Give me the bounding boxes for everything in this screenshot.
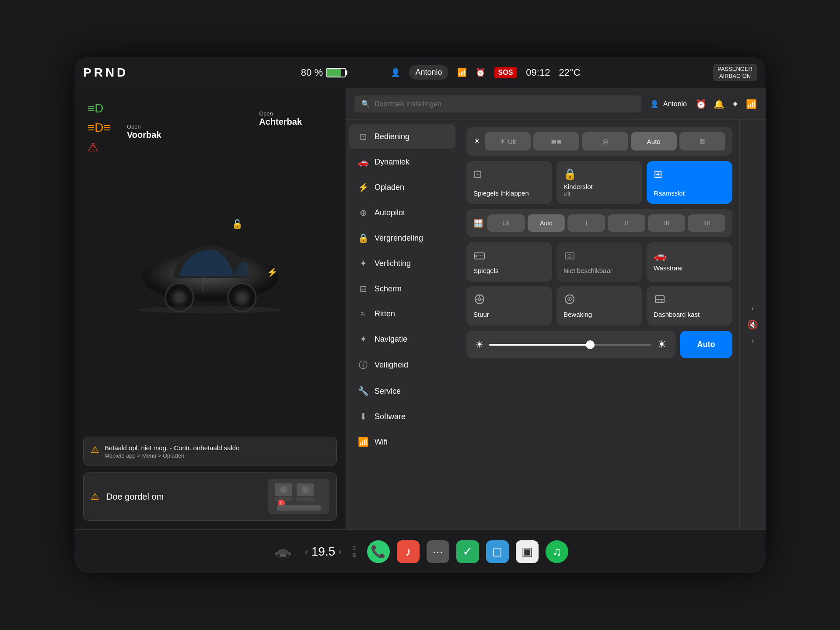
seatbelt-text: Doe gordel om (106, 492, 164, 502)
wiper-btn-3[interactable]: III (648, 214, 686, 232)
main-content: ≡D ≡D≡ ⚠ Open Voorbak Open Achterbak (74, 88, 766, 529)
service-icon: 🔧 (358, 386, 368, 396)
more-apps-icon[interactable]: ··· (427, 540, 449, 563)
verlichting-label: Verlichting (374, 259, 411, 268)
right-panel: 🔍 👤 Antonio ⏰ 🔔 ✦ 📶 (346, 88, 766, 529)
sidebar-item-vergrendeling[interactable]: 🔒 Vergrendeling (349, 226, 455, 250)
light-low-icon: ◎ (602, 137, 608, 145)
tasks-app-icon[interactable]: ✓ (456, 540, 479, 563)
sidebar-item-navigatie[interactable]: ✦ Navigatie (349, 327, 455, 351)
temp-prev-arrow[interactable]: ‹ (305, 546, 308, 556)
wiper-btn-2[interactable]: II (608, 214, 645, 232)
bewaking-icon (564, 293, 576, 308)
sidebar-item-software[interactable]: ⬇ Software (349, 404, 455, 429)
stuur-icon (473, 293, 486, 308)
settings-body: ⊡ Bediening 🚗 Dynamiek ⚡ Opladen ⊕ (346, 120, 766, 529)
phone-app-icon[interactable]: 📞 (367, 540, 390, 563)
brightness-slider-fill (489, 344, 595, 346)
light-btn-high[interactable]: ⊠ (679, 132, 725, 150)
svg-text:!: ! (280, 501, 281, 506)
spiegels-icon: ⊡ (473, 168, 482, 180)
sidebar-item-verlichting[interactable]: ✦ Verlichting (349, 251, 455, 276)
battery-fill (327, 69, 341, 77)
user-badge[interactable]: Antonio (409, 65, 448, 80)
light-btn-uit[interactable]: ☀ Uit (485, 132, 531, 150)
music-app-icon[interactable]: ♪ (397, 540, 420, 563)
car-image: 🔓 ⚡ (133, 210, 287, 324)
temp-next-arrow[interactable]: › (339, 546, 342, 556)
blue-app-icon[interactable]: ◻ (486, 540, 509, 563)
prnd-display: PRND (83, 66, 128, 80)
sidebar-item-dynamiek[interactable]: 🚗 Dynamiek (349, 150, 455, 174)
search-box[interactable]: 🔍 (354, 95, 641, 112)
steer-heat-icon: ⊠ (352, 552, 357, 558)
stuur-label: Stuur (473, 311, 489, 318)
sidebar-item-ritten[interactable]: ≈ Ritten (349, 302, 455, 326)
niet-beschikbaar-label: Niet beschikbaar (564, 267, 612, 274)
card-niet-beschikbaar[interactable]: Niet beschikbaar (556, 242, 642, 282)
sidebar-item-veiligheid[interactable]: ⓘ Veiligheid (349, 352, 455, 378)
light-btn-auto[interactable]: Auto (631, 132, 677, 150)
navigatie-icon: ✦ (358, 334, 368, 344)
nav-prev-icon[interactable]: ‹ (752, 304, 754, 312)
airbag-badge: PASSENGERAIRBAG ON (713, 64, 757, 81)
light-side-icon: ≣≣ (551, 137, 562, 145)
light-uit-label: Uit (508, 138, 516, 145)
card-dashboard-kast[interactable]: Dashboard kast (647, 286, 732, 326)
warning-icon: ⚠ (91, 444, 99, 455)
sidebar-item-autopilot[interactable]: ⊕ Autopilot (349, 200, 455, 225)
sidebar-item-bediening[interactable]: ⊡ Bediening (349, 124, 455, 149)
temp-sub-icons: ⊡ ⊠ (352, 545, 357, 558)
autopilot-icon: ⊕ (358, 207, 368, 218)
mirror-cards-grid: ⊡ Spiegels Inklappen 🔒 Kinderslot Uit (466, 161, 732, 204)
light-btn-side[interactable]: ≣≣ (533, 132, 579, 150)
header-bell-icon[interactable]: 🔔 (714, 99, 724, 109)
dashboard-kast-label: Dashboard kast (654, 311, 700, 318)
wiper-btn-4[interactable]: IIII (688, 214, 725, 232)
spotify-app-icon[interactable]: ♫ (546, 540, 568, 563)
veiligheid-icon: ⓘ (358, 359, 368, 371)
card-spiegels[interactable]: ⊡ Spiegels Inklappen (466, 161, 552, 204)
card-spiegels2[interactable]: Spiegels (466, 242, 552, 282)
card-bewaking[interactable]: Bewaking (556, 286, 642, 326)
dynamiek-icon: 🚗 (358, 157, 368, 167)
nav-next-icon[interactable]: › (752, 337, 754, 345)
svg-point-16 (302, 486, 309, 493)
brightness-slider-track[interactable] (489, 344, 651, 346)
header-person-icon: 👤 (650, 100, 659, 108)
wiper-btn-1[interactable]: I (567, 214, 605, 232)
header-icons: ⏰ 🔔 ✦ 📶 (696, 99, 757, 109)
sidebar-item-wifi[interactable]: 📶 Wifi (349, 430, 455, 454)
svg-point-33 (286, 554, 289, 557)
vergrendeling-label: Vergrendeling (374, 234, 423, 243)
volume-mute-icon[interactable]: 🔇 (747, 319, 758, 330)
white-app-icon[interactable]: ▣ (516, 540, 539, 563)
sos-badge[interactable]: SOS (494, 67, 518, 78)
bottom-bar: ‹ 19.5 › ⊡ ⊠ 📞 ♪ ··· ✓ ◻ ▣ ♫ (74, 529, 766, 573)
light-btn-low[interactable]: ◎ (582, 132, 628, 150)
svg-point-28 (569, 299, 570, 300)
wiper-btn-uit[interactable]: Uit (487, 214, 525, 232)
card-kinderslot[interactable]: 🔒 Kinderslot Uit (556, 161, 642, 204)
battery-icon (326, 68, 346, 77)
card-stuur[interactable]: Stuur (466, 286, 552, 326)
wasstraat-label: Wasstraat (654, 264, 683, 272)
sidebar-item-service[interactable]: 🔧 Service (349, 379, 455, 403)
car-status-icon[interactable] (272, 540, 294, 563)
card-raamsslot[interactable]: ⊞ Raamsslot (647, 161, 732, 204)
sidebar-item-scherm[interactable]: ⊟ Scherm (349, 276, 455, 301)
opladen-icon: ⚡ (358, 182, 368, 192)
light-auto-label: Auto (647, 138, 661, 145)
sidebar-item-opladen[interactable]: ⚡ Opladen (349, 175, 455, 200)
wiper-btn-auto[interactable]: Auto (528, 214, 565, 232)
header-wifi-icon[interactable]: 📶 (746, 99, 757, 109)
header-bluetooth-icon[interactable]: ✦ (732, 99, 739, 109)
search-input[interactable] (374, 100, 634, 108)
card-wasstraat[interactable]: 🚗 Wasstraat (647, 242, 732, 282)
scherm-label: Scherm (374, 284, 402, 294)
alarm-icon: ⏰ (476, 68, 485, 77)
seatbelt-box: ⚠ Doe gordel om ! (83, 472, 337, 521)
auto-brightness-button[interactable]: Auto (680, 331, 732, 358)
topbar-user: Antonio (415, 68, 442, 77)
header-alarm-icon[interactable]: ⏰ (696, 99, 707, 109)
